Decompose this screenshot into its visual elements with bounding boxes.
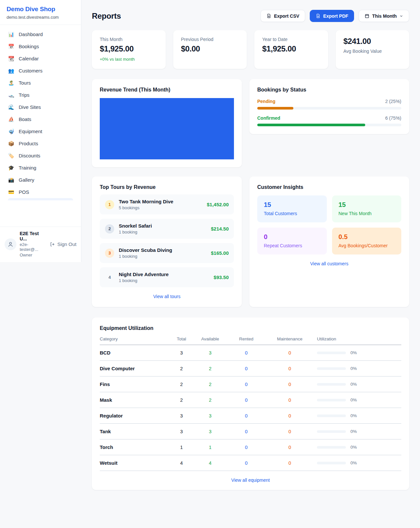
sidebar-item-dive-sites[interactable]: 🌊 Dive Sites [4,101,77,113]
utilization-bar [317,352,346,354]
tour-revenue: $214.50 [211,226,229,232]
sidebar: Demo Dive Shop demo.test.divestreams.com… [0,0,81,262]
sidebar-item-boats[interactable]: ⛵ Boats [4,113,77,125]
chevron-down-icon [399,14,403,18]
equipment-icon: 🤿 [8,129,14,134]
dive-sites-icon: 🌊 [8,105,14,110]
sidebar-item-equipment[interactable]: 🤿 Equipment [4,125,77,137]
stat-year-to-date: Year to Date $1,925.00 [254,30,328,69]
sidebar-item-dashboard[interactable]: 📊 Dashboard [4,28,77,40]
table-row: Torch 1 1 0 0 0% [100,439,401,455]
sidebar-nav: 📊 Dashboard 📅 Bookings 📆 Calendar 👥 Cust… [0,25,81,227]
tour-name: Discover Scuba Diving [119,247,206,253]
table-row: Mask 2 2 0 0 0% [100,392,401,408]
progress-track [257,124,401,126]
sidebar-item-customers[interactable]: 👥 Customers [4,65,77,77]
utilization-bar [317,430,346,433]
table-row: Regulator 3 3 0 0 0% [100,408,401,424]
sidebar-item-products[interactable]: 📦 Products [4,137,77,150]
tour-name: Two Tank Morning Dive [119,199,202,204]
topbar: Reports Export CSV Export PDF This Month [92,10,409,22]
calendar-icon [365,13,369,18]
stat-avg-booking-value: $241.00 Avg Booking Value [336,30,410,69]
utilization-bar [317,383,346,386]
sidebar-item-discounts[interactable]: 🏷️ Discounts [4,150,77,162]
user-section: E2E Test U... e2e-tester@... Owner Sign … [0,227,81,262]
rank-badge: 1 [105,200,114,209]
bookings-icon: 📅 [8,44,14,49]
sidebar-item-gallery[interactable]: 📸 Gallery [4,174,77,186]
period-dropdown[interactable]: This Month [359,10,409,22]
status-label: Pending [257,99,275,104]
tour-row: 1 Two Tank Morning Dive 5 bookings $1,45… [100,194,234,214]
tile-avg-bookings: 0.5 Avg Bookings/Customer [332,228,402,254]
tour-bookings: 1 booking [119,254,206,259]
dashboard-icon: 📊 [8,32,14,37]
user-role: Owner [20,253,47,257]
status-row-confirmed: Confirmed 6 (75%) [257,115,401,126]
tour-revenue: $93.50 [214,274,229,280]
shop-domain: demo.test.divestreams.com [7,15,74,20]
insight-tiles: 15 Total Customers 15 New This Month 0 R… [257,195,401,254]
utilization-bar [317,367,346,370]
file-download-icon [266,13,271,18]
tile-repeat-customers: 0 Repeat Customers [257,228,327,254]
gallery-icon: 📸 [8,177,14,182]
table-row: Fins 2 2 0 0 0% [100,376,401,392]
export-csv-button[interactable]: Export CSV [261,10,305,22]
sidebar-item-tours[interactable]: 🏝️ Tours [4,77,77,89]
utilization-bar [317,415,346,417]
user-info: E2E Test U... e2e-tester@... Owner [20,231,47,257]
equipment-utilization-title: Equipment Utilization [100,325,401,331]
rank-badge: 2 [105,224,114,234]
status-count: 2 (25%) [385,99,401,104]
user-name: E2E Test U... [20,231,47,241]
calendar-icon: 📆 [8,56,14,61]
tour-row: 3 Discover Scuba Diving 1 booking $165.0… [100,243,234,263]
brand: Demo Dive Shop demo.test.divestreams.com [0,0,81,25]
export-pdf-button[interactable]: Export PDF [310,10,354,22]
rank-badge: 3 [105,249,114,258]
pos-icon: 💳 [8,190,14,194]
status-row-pending: Pending 2 (25%) [257,99,401,110]
table-row: Tank 3 3 0 0 0% [100,424,401,439]
revenue-trend-title: Revenue Trend (This Month) [100,87,234,93]
view-all-customers-link[interactable]: View all customers [257,261,401,266]
page-title: Reports [92,11,121,21]
tour-revenue: $165.00 [211,250,229,256]
avatar [5,238,16,250]
sidebar-item-bookings[interactable]: 📅 Bookings [4,40,77,52]
shop-name: Demo Dive Shop [7,6,74,13]
tour-bookings: 1 booking [119,230,206,234]
sidebar-item-training[interactable]: 🎓 Training [4,162,77,174]
table-row: BCD 3 3 0 0 0% [100,345,401,361]
sidebar-item-selected-partial[interactable] [8,198,73,200]
progress-fill [257,107,293,110]
main-content: Reports Export CSV Export PDF This Month [81,0,420,503]
customers-icon: 👥 [8,68,14,73]
header-actions: Export CSV Export PDF This Month [261,10,409,22]
bookings-by-status-title: Bookings by Status [257,87,401,93]
tour-revenue: $1,452.00 [207,202,229,207]
bookings-by-status-card: Bookings by Status Pending 2 (25%) Confi… [249,79,409,134]
discounts-icon: 🏷️ [8,153,14,158]
view-all-tours-link[interactable]: View all tours [100,294,234,299]
person-icon [8,241,13,247]
tile-total-customers: 15 Total Customers [257,195,327,222]
stat-cards: This Month $1,925.00 +0% vs last month P… [92,30,409,69]
sign-out-button[interactable]: Sign Out [50,241,76,247]
utilization-bar [317,446,346,449]
stat-this-month: This Month $1,925.00 +0% vs last month [92,30,166,69]
top-tours-title: Top Tours by Revenue [100,184,234,190]
user-email: e2e-tester@... [20,242,47,252]
equipment-utilization-card: Equipment Utilization Category Total Ava… [92,317,409,490]
progress-track [257,107,401,110]
tour-bookings: 1 booking [119,278,209,283]
status-label: Confirmed [257,115,280,121]
table-row: Dive Computer 2 2 0 0 0% [100,361,401,376]
sidebar-item-calendar[interactable]: 📆 Calendar [4,52,77,65]
sidebar-item-pos[interactable]: 💳 POS [4,186,77,198]
view-all-equipment-link[interactable]: View all equipment [100,477,401,483]
trips-icon: 🛥️ [8,92,14,97]
sidebar-item-trips[interactable]: 🛥️ Trips [4,89,77,101]
